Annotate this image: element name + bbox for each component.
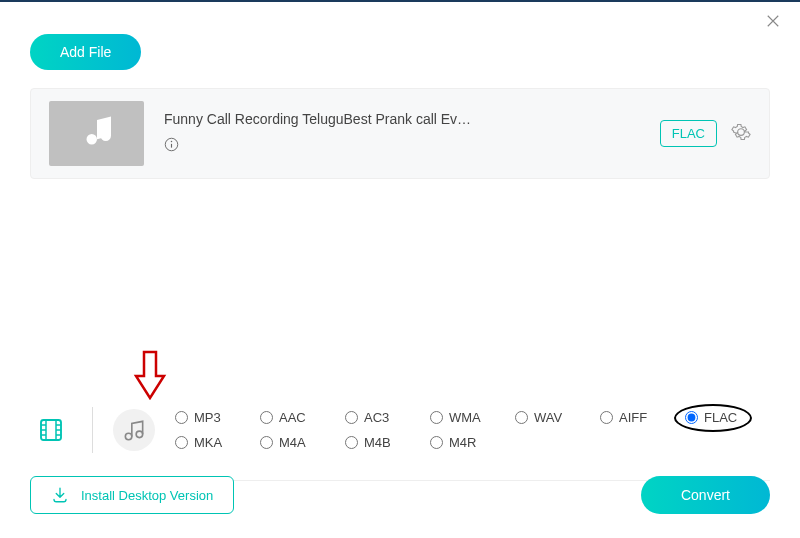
bottom-bar: Install Desktop Version Convert	[30, 476, 770, 514]
install-label: Install Desktop Version	[81, 488, 213, 503]
download-icon	[51, 486, 69, 504]
format-label: WAV	[534, 410, 562, 425]
gear-icon	[731, 122, 751, 142]
format-ac3[interactable]: AC3	[345, 410, 426, 425]
format-badge[interactable]: FLAC	[660, 120, 717, 147]
arrow-annotation	[133, 350, 167, 404]
audio-category-button[interactable]	[113, 409, 155, 451]
format-label: M4B	[364, 435, 391, 450]
format-label: WMA	[449, 410, 481, 425]
add-file-button[interactable]: Add File	[30, 34, 141, 70]
format-m4b[interactable]: M4B	[345, 435, 426, 450]
format-m4a[interactable]: M4A	[260, 435, 341, 450]
format-label: AC3	[364, 410, 389, 425]
divider	[92, 407, 93, 453]
file-item: Funny Call Recording TeluguBest Prank ca…	[30, 88, 770, 179]
install-desktop-button[interactable]: Install Desktop Version	[30, 476, 234, 514]
format-aiff[interactable]: AIFF	[600, 410, 681, 425]
format-label: M4R	[449, 435, 476, 450]
svg-point-3	[125, 433, 131, 440]
format-label: FLAC	[704, 410, 737, 425]
format-wma[interactable]: WMA	[430, 410, 511, 425]
info-icon[interactable]	[164, 137, 179, 156]
format-mka[interactable]: MKA	[175, 435, 256, 450]
format-options: MP3 AAC AC3 WMA WAV AIFF FLAC MKA M4A M4…	[175, 410, 770, 450]
convert-button[interactable]: Convert	[641, 476, 770, 514]
format-flac[interactable]: FLAC	[685, 410, 766, 425]
settings-button[interactable]	[731, 122, 751, 146]
format-label: AIFF	[619, 410, 647, 425]
format-label: AAC	[279, 410, 306, 425]
format-m4r[interactable]: M4R	[430, 435, 511, 450]
format-label: MKA	[194, 435, 222, 450]
video-category-button[interactable]	[30, 409, 72, 451]
close-icon	[764, 12, 782, 30]
svg-point-4	[136, 431, 143, 438]
format-mp3[interactable]: MP3	[175, 410, 256, 425]
music-note-icon	[76, 113, 118, 155]
format-label: M4A	[279, 435, 306, 450]
file-thumbnail	[49, 101, 144, 166]
file-title: Funny Call Recording TeluguBest Prank ca…	[164, 111, 660, 127]
format-wav[interactable]: WAV	[515, 410, 596, 425]
music-notes-icon	[121, 417, 147, 443]
format-panel: MP3 AAC AC3 WMA WAV AIFF FLAC MKA M4A M4…	[30, 407, 770, 453]
svg-point-1	[171, 141, 173, 143]
close-button[interactable]	[764, 12, 782, 34]
format-aac[interactable]: AAC	[260, 410, 341, 425]
format-label: MP3	[194, 410, 221, 425]
film-icon	[36, 415, 66, 445]
